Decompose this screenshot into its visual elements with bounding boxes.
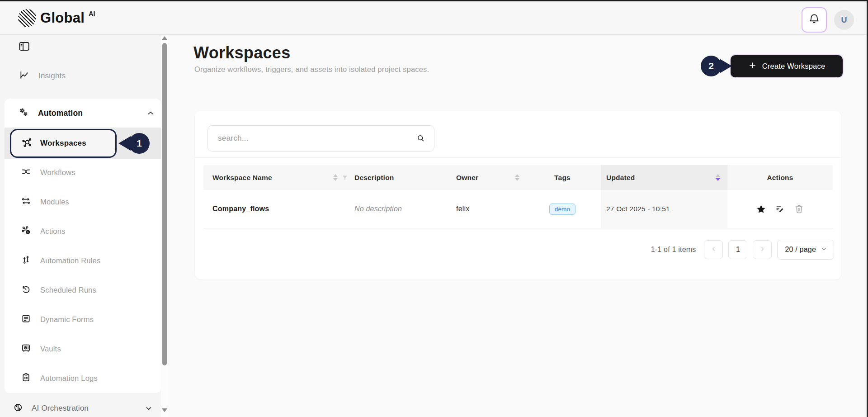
annotation-step-1: 1 <box>129 133 150 154</box>
column-header-description[interactable]: Description <box>354 165 456 190</box>
automation-children: Workflows Modules <box>5 158 161 393</box>
annotation-step-2: 2 <box>701 56 722 76</box>
sidebar-item-label: Modules <box>40 198 69 206</box>
plus-icon <box>748 61 757 71</box>
panel-toggle-icon <box>18 46 30 54</box>
column-label: Updated <box>606 174 635 182</box>
workspaces-hub-icon <box>21 137 32 150</box>
sidebar-item-label: AI Orchestration <box>32 404 137 413</box>
window-top-edge <box>0 0 868 1</box>
workflows-icon <box>21 166 31 179</box>
vault-icon <box>21 343 31 355</box>
cell-updated: 27 Oct 2025 - 10:51 <box>601 190 727 228</box>
pagination-summary: 1-1 of 1 items <box>651 246 696 254</box>
modules-icon <box>21 196 31 208</box>
cell-description: No description <box>354 190 456 228</box>
sidebar-scrollbar[interactable] <box>161 35 168 417</box>
cell-tags: demo <box>524 190 601 228</box>
filter-icon[interactable] <box>342 175 348 181</box>
page-size-value: 20 / page <box>785 246 816 254</box>
sidebar-item-label: Automation Logs <box>40 374 98 383</box>
brand-name: Global <box>40 9 85 27</box>
annotation-number: 1 <box>129 133 150 154</box>
table-row[interactable]: Company_flows No description felix demo … <box>203 190 833 228</box>
sidebar: Insights Automation <box>0 35 161 417</box>
page-subtitle: Organize workflows, triggers, and assets… <box>194 65 429 74</box>
sort-icon[interactable] <box>515 174 519 181</box>
sort-icon[interactable] <box>333 174 338 181</box>
sidebar-item-modules[interactable]: Modules <box>5 187 161 217</box>
edit-icon[interactable] <box>775 204 785 214</box>
sidebar-item-label: Vaults <box>40 345 61 353</box>
column-header-tags[interactable]: Tags <box>524 165 601 190</box>
annotation-number: 2 <box>701 56 722 76</box>
sidebar-item-label: Insights <box>38 71 66 81</box>
sidebar-item-vaults[interactable]: Vaults <box>5 334 161 364</box>
column-header-workspace-name[interactable]: Workspace Name <box>203 165 354 190</box>
pagination: 1-1 of 1 items 1 20 / page <box>651 240 834 260</box>
table-header-row: Workspace Name Description Owner Tags Up… <box>203 165 833 190</box>
bell-icon <box>808 13 821 27</box>
workspace-description: No description <box>354 205 402 213</box>
chevron-down-icon <box>821 246 827 254</box>
workspace-name: Company_flows <box>212 205 269 213</box>
cell-owner: felix <box>456 190 524 228</box>
scrollbar-thumb[interactable] <box>162 43 167 365</box>
sidebar-item-label: Workflows <box>40 168 75 177</box>
sidebar-item-label: Automation Rules <box>40 256 100 265</box>
create-workspace-button[interactable]: Create Workspace <box>731 55 843 77</box>
clipboard-logs-icon <box>21 372 31 384</box>
sidebar-item-automation[interactable]: Automation <box>18 103 155 123</box>
search-icon[interactable] <box>416 133 426 143</box>
annotation-arrow-left <box>118 136 131 151</box>
chevron-left-icon <box>710 246 717 254</box>
actions-icon <box>21 225 31 237</box>
sidebar-item-dynamic-forms[interactable]: Dynamic Forms <box>5 305 161 334</box>
sidebar-item-label: Automation <box>38 109 137 118</box>
sidebar-item-label: Dynamic Forms <box>40 315 94 324</box>
delete-trash-icon[interactable] <box>794 204 804 214</box>
next-page-button[interactable] <box>753 240 772 259</box>
search-box <box>208 125 434 152</box>
favorite-star-icon[interactable] <box>756 204 766 214</box>
sidebar-item-automation-logs[interactable]: Automation Logs <box>5 364 161 393</box>
column-label: Description <box>354 174 394 182</box>
chevron-down-icon <box>145 404 153 412</box>
workspace-owner: felix <box>456 205 469 213</box>
sidebar-item-label: Workspaces <box>40 139 86 148</box>
page-size-select[interactable]: 20 / page <box>777 240 834 260</box>
top-bar: Global AI U <box>0 1 868 35</box>
column-label: Tags <box>554 174 571 182</box>
cell-actions <box>727 190 833 228</box>
sidebar-item-scheduled-runs[interactable]: Scheduled Runs <box>5 275 161 305</box>
timer-icon <box>21 284 31 296</box>
sidebar-item-workflows[interactable]: Workflows <box>5 158 161 187</box>
scroll-down-arrow[interactable] <box>162 408 167 412</box>
previous-page-button[interactable] <box>704 240 723 259</box>
brand-logo: Global AI <box>18 9 95 27</box>
search-input[interactable] <box>218 134 416 143</box>
notifications-button[interactable] <box>802 7 827 33</box>
workspace-updated: 27 Oct 2025 - 10:51 <box>606 205 670 213</box>
sidebar-item-ai-orchestration[interactable]: AI Orchestration <box>13 398 153 417</box>
column-header-actions: Actions <box>727 165 833 190</box>
column-label: Owner <box>456 174 478 182</box>
scroll-up-arrow[interactable] <box>162 36 167 40</box>
sidebar-item-actions[interactable]: Actions <box>5 217 161 246</box>
column-header-owner[interactable]: Owner <box>456 165 524 190</box>
workspaces-card: Workspace Name Description Owner Tags Up… <box>195 111 841 280</box>
sidebar-collapse-button[interactable] <box>18 40 31 53</box>
sidebar-item-insights[interactable]: Insights <box>19 66 66 86</box>
column-header-updated[interactable]: Updated <box>601 165 727 190</box>
sort-icon-active[interactable] <box>716 174 720 181</box>
tag-badge: demo <box>549 204 576 215</box>
page-title: Workspaces <box>193 43 290 62</box>
sidebar-item-label: Actions <box>40 227 66 236</box>
chevron-right-icon <box>759 246 766 254</box>
sidebar-item-workspaces[interactable]: Workspaces <box>10 129 117 158</box>
cell-workspace-name[interactable]: Company_flows <box>203 190 354 228</box>
brand-superscript: AI <box>89 10 95 17</box>
user-avatar[interactable]: U <box>834 10 854 30</box>
sidebar-item-automation-rules[interactable]: Automation Rules <box>5 246 161 275</box>
page-number-button[interactable]: 1 <box>728 240 747 259</box>
